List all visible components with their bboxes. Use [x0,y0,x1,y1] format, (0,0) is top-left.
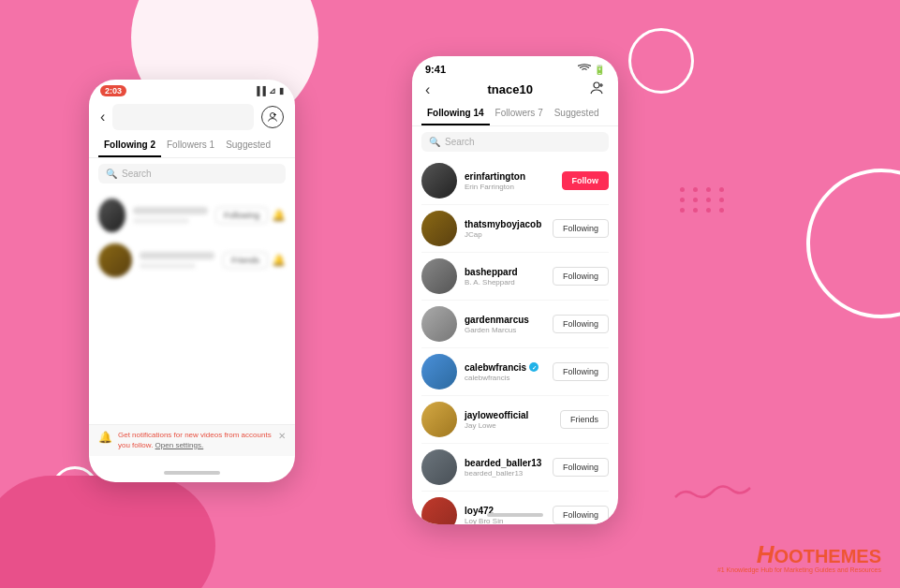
user-info: calebwfrancis ✓ calebwfrancis [465,362,545,382]
left-search-label: Search [122,169,152,179]
left-tab-suggested[interactable]: Suggested [220,136,276,157]
user-list: erinfartington Erin Farrington Follow th… [412,157,618,524]
left-status-icons: ▐▐ ⊿ ▮ [254,86,284,96]
bell-icon[interactable]: 🔔 [272,254,286,267]
user-info: basheppard B. A. Sheppard [465,267,545,287]
user-info: bearded_baller13 bearded_baller13 [465,458,545,478]
home-indicator [487,513,543,517]
profile-add-icon[interactable] [261,106,284,128]
battery-icon: 🔋 [594,65,605,75]
follow-button[interactable]: Follow [562,171,610,190]
avatar [98,243,132,277]
right-search-row[interactable]: 🔍 Search [421,132,609,152]
avatar [421,306,457,342]
left-tabs: Following 2 Followers 1 Suggested [89,136,295,158]
list-item: erinfartington Erin Farrington Follow [421,157,609,205]
following-button[interactable]: Following [553,219,609,238]
action-group: Following 🔔 [215,207,286,224]
right-tab-followers[interactable]: Followers 7 [490,104,549,125]
left-search-row[interactable]: 🔍 Search [98,164,286,184]
realname: JCap [465,230,545,239]
notification-bell-icon: 🔔 [98,431,112,444]
avatar [421,402,457,437]
list-item: Friends 🔔 [89,238,295,283]
bg-decoration-arc-right [806,169,900,318]
following-button[interactable]: Following [553,362,609,381]
right-phone: 9:41 🔋 ‹ tnace10 Following 14 Followers … [412,56,618,524]
following-button[interactable]: Following [553,315,609,333]
left-tab-following[interactable]: Following 2 [98,136,161,157]
user-info: jayloweofficial Jay Lowe [465,410,553,430]
open-settings-link[interactable]: Open settings. [155,441,204,449]
bg-decoration-blob-bottom [0,476,215,588]
list-item: calebwfrancis ✓ calebwfrancis Following [421,348,609,396]
username: erinfartington [465,171,554,182]
bg-decoration-circle-outline-top [628,28,694,94]
avatar [421,258,457,294]
list-item: jayloweofficial Jay Lowe Friends [421,396,609,444]
friends-button[interactable]: Friends [223,252,268,269]
avatar [421,163,457,198]
realname-placeholder [133,218,189,224]
avatar [421,211,457,246]
back-button[interactable]: ‹ [425,81,430,98]
following-button[interactable]: Following [553,267,609,286]
avatar [421,449,457,485]
bell-icon[interactable]: 🔔 [272,209,286,222]
realname: Jay Lowe [465,421,553,430]
left-status-bar: 2:03 ▐▐ ⊿ ▮ [89,80,295,100]
dots-decoration [680,187,727,213]
logo-subtitle: #1 Knowledge Hub for Marketing Guides an… [717,566,881,574]
battery-icon: ▮ [279,86,284,96]
avatar [421,497,457,524]
wifi-icon [578,64,591,75]
list-item: thatsmyboyjacob JCap Following [421,205,609,253]
page-title: tnace10 [487,82,532,96]
realname: Garden Marcus [465,326,545,334]
right-header: ‹ tnace10 [412,79,618,104]
search-icon: 🔍 [106,169,117,179]
user-info [140,252,215,269]
username: bearded_baller13 [465,458,545,468]
realname: B. A. Sheppard [465,278,545,287]
friends-button[interactable]: Friends [560,410,609,429]
list-item: bearded_baller13 bearded_baller13 Follow… [421,444,609,492]
user-info: erinfartington Erin Farrington [465,171,554,191]
home-indicator [164,471,220,475]
following-button[interactable]: Following [215,207,268,224]
close-notification-button[interactable]: ✕ [278,431,286,441]
profile-add-icon[interactable] [590,81,605,98]
right-search-label: Search [445,137,475,147]
realname: calebwfrancis [465,374,545,382]
realname-placeholder [140,263,196,269]
following-button[interactable]: Following [553,506,609,524]
action-group: Friends 🔔 [223,252,286,269]
username: basheppard [465,267,545,277]
list-item: gardenmarcus Garden Marcus Following [421,301,609,348]
left-phone: 2:03 ▐▐ ⊿ ▮ ‹ Following 2 Followers 1 Su… [89,80,295,482]
right-tab-following[interactable]: Following 14 [421,104,490,125]
list-item: basheppard B. A. Sheppard Following [421,253,609,301]
back-button[interactable]: ‹ [100,109,105,125]
following-button[interactable]: Following [553,458,609,477]
username: calebwfrancis ✓ [465,362,545,373]
username: thatsmyboyjacob [465,219,545,229]
right-time: 9:41 [425,64,446,75]
realname: bearded_baller13 [465,469,545,478]
notification-text: Get notifications for new videos from ac… [118,431,273,450]
user-info: thatsmyboyjacob JCap [465,219,545,239]
svg-point-3 [594,82,599,88]
search-icon: 🔍 [429,137,440,147]
right-status-bar: 9:41 🔋 [412,56,618,79]
username-placeholder [140,252,214,259]
user-info [133,207,208,224]
hoothemes-logo: HOOTHEMES #1 Knowledge Hub for Marketing… [717,542,881,574]
right-tab-suggested[interactable]: Suggested [549,104,605,125]
list-item: loy472 Loy Bro Sin Following [421,492,609,524]
left-tab-followers[interactable]: Followers 1 [161,136,220,157]
username: jayloweofficial [465,410,553,420]
realname: Erin Farrington [465,183,554,191]
user-info: gardenmarcus Garden Marcus [465,315,545,334]
avatar [98,198,125,232]
username: gardenmarcus [465,315,545,325]
